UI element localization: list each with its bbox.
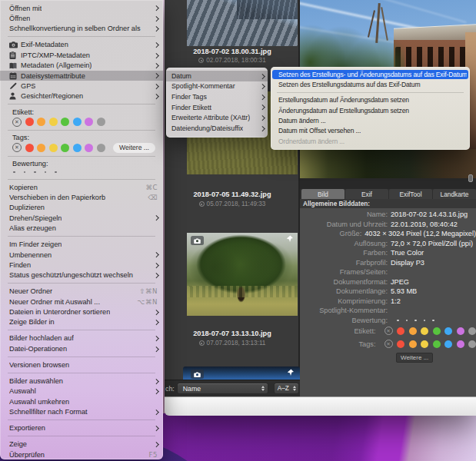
submenu-item-spotlight-kommentar[interactable]: Spotlight-Kommentar — [166, 81, 268, 92]
tags-color-dot[interactable] — [421, 340, 428, 348]
menu-item-auswahl[interactable]: Auswahl — [0, 386, 163, 396]
menu-item-neuer-ordner-mit-auswahl[interactable]: Neuer Ordner mit Auswahl ...⌥⌘N — [0, 297, 163, 307]
menu-item-zeige-bilder-in[interactable]: Zeige Bilder in — [0, 317, 163, 327]
submenu-item-setzen-des-erstellungs-und-aenderungsdatums-auf-das-exif-datum[interactable]: Setzen des Erstellungs- und Änderungsdat… — [271, 69, 470, 79]
submenu-item-dateiendung-dateisuffix[interactable]: Dateiendung/Dateisuffix — [166, 123, 268, 134]
info-row-name: Name:2018-07-02 14.43.16.jpg — [300, 210, 476, 220]
menu-item-kopieren[interactable]: Kopieren⌘C — [0, 182, 163, 192]
rating-dot[interactable] — [432, 320, 434, 322]
submenu-item-aenderungsdatum-auf-erstellungsdatum-setzen[interactable]: Änderungsdatum auf Erstellungsdatum setz… — [271, 105, 470, 115]
submenu-item-erweiterte-attribute-xattr[interactable]: Erweiterte Attribute (XAttr) — [166, 112, 268, 123]
etikett-color-dot[interactable] — [97, 118, 105, 126]
menu-item-versionen-browsen[interactable]: Versionen browsen — [0, 360, 163, 370]
menu-item-umbenennen[interactable]: Umbenennen — [0, 250, 163, 260]
menu-item-zeige[interactable]: Zeige — [0, 439, 163, 449]
menu-item-neuer-ordner[interactable]: Neuer Ordner⇧⌘N — [0, 287, 163, 297]
menu-item-auswahl-umkehren[interactable]: Auswahl umkehren — [0, 396, 163, 406]
menu-item-alias-erzeugen[interactable]: Alias erzeugen — [0, 223, 163, 233]
tags-color-dot[interactable] — [73, 144, 82, 152]
menu-item-bilder-auswaehlen[interactable]: Bilder auswählen — [0, 376, 163, 386]
tab-exif[interactable]: Exif — [345, 189, 388, 199]
thumbnail-image[interactable] — [187, 233, 298, 316]
etikett-color-dot[interactable] — [25, 118, 34, 126]
submenu-item-datum-aendern[interactable]: Datum ändern ... — [271, 115, 470, 125]
tags-color-dot[interactable] — [409, 340, 417, 348]
tab-landkarte[interactable]: Landkarte — [433, 189, 476, 199]
submenu-item-finder-etikett[interactable]: Finder Etikett — [166, 102, 268, 113]
etikett-color-dot[interactable] — [37, 118, 45, 126]
menu-item-iptc-xmp-metadaten[interactable]: IPTC/XMP-Metadaten — [0, 50, 163, 60]
sort-by-popup[interactable]: Name — [177, 383, 268, 394]
etikett-color-dot[interactable] — [409, 327, 417, 335]
menu-item-bilder-hochladen-auf[interactable]: Bilder hochladen auf — [0, 333, 163, 343]
menu-item-dateisystemattribute[interactable]: Dateisystemattribute — [0, 71, 163, 81]
etikett-color-dot[interactable] — [73, 118, 82, 126]
tags-color-dot[interactable] — [97, 144, 105, 152]
tab-exiftool[interactable]: ExifTool — [389, 189, 432, 199]
rating-dot[interactable] — [414, 320, 417, 322]
more-tags-button[interactable]: Weitere ... — [113, 143, 155, 153]
menu-item-dateien-in-unterordner-sortieren[interactable]: Dateien in Unterordner sortieren — [0, 307, 163, 317]
menu-item-datei-operationen[interactable]: Datei-Operationen — [0, 343, 163, 353]
submenu-item-datum[interactable]: Datum — [166, 71, 268, 81]
etikett-color-dot[interactable] — [61, 118, 69, 126]
clear-tags-button[interactable]: ✕ — [384, 340, 393, 348]
tags-color-dot[interactable] — [444, 340, 452, 348]
menu-item-schnellkonvertierung-in-selben-ordner-als[interactable]: Schnellkonvertierung in selben Ordner al… — [0, 24, 163, 34]
etikett-color-dot[interactable] — [433, 327, 441, 335]
menu-item-finden[interactable]: Finden — [0, 260, 163, 270]
menu-item-oeffnen-mit[interactable]: Öffnen mit — [0, 3, 163, 13]
rating-dot[interactable] — [24, 171, 26, 174]
tags-color-dot[interactable] — [49, 144, 58, 152]
etikett-color-dot[interactable] — [444, 327, 452, 335]
tags-color-dot[interactable] — [85, 144, 93, 152]
etikett-color-dot[interactable] — [49, 118, 58, 126]
sort-order-popup[interactable]: A–Z — [274, 383, 299, 394]
thumbnail-selected[interactable] — [183, 366, 300, 380]
more-tags-button[interactable]: Weitere ... — [396, 353, 433, 363]
tags-color-dot[interactable] — [25, 144, 34, 152]
etikett-color-dot[interactable] — [397, 327, 404, 335]
rating-dot[interactable] — [397, 320, 399, 322]
tags-color-dot[interactable] — [433, 340, 441, 348]
menu-item-gesichter-regionen[interactable]: Gesichter/Regionen — [0, 91, 163, 101]
clear-etikett-button[interactable]: ✕ — [12, 118, 22, 127]
thumbnail-image[interactable] — [187, 0, 298, 46]
tags-color-dot[interactable] — [468, 340, 476, 348]
rating-dot[interactable] — [45, 171, 47, 174]
tags-color-dot[interactable] — [61, 144, 69, 152]
menu-item-oeffnen[interactable]: Öffnen — [0, 13, 163, 23]
menu-item-gps[interactable]: GPS — [0, 81, 163, 91]
rating-dot[interactable] — [424, 320, 426, 322]
tags-color-dot[interactable] — [37, 144, 45, 152]
rating-dot[interactable] — [34, 171, 36, 174]
rating-dot[interactable] — [13, 171, 15, 174]
submenu-item-setzen-des-erstellungsdatums-auf-das-exif-datum[interactable]: Setzen des Erstellungsdatums auf das Exi… — [271, 79, 470, 89]
etikett-color-dot[interactable] — [85, 118, 93, 126]
menu-item-exif-metadaten[interactable]: Exif-Metadaten — [0, 40, 163, 50]
tags-color-dot[interactable] — [397, 340, 404, 348]
menu-rating-dots[interactable] — [0, 168, 163, 176]
info-rating-dots[interactable] — [391, 320, 434, 322]
menu-item-exportieren[interactable]: Exportieren — [0, 423, 163, 433]
submenu-item-erstellungsdatum-auf-aenderungsdatum-setzen[interactable]: Erstellungsdatum auf Änderungsdatum setz… — [271, 95, 470, 105]
clear-tags-button[interactable]: ✕ — [12, 143, 22, 152]
etikett-color-dot[interactable] — [457, 327, 464, 335]
rating-dot[interactable] — [406, 320, 408, 322]
etikett-color-dot[interactable] — [468, 327, 476, 335]
submenu-item-datum-mit-offset-versehen[interactable]: Datum mit Offset versehen ... — [271, 126, 470, 136]
menu-item-drehen-spiegeln[interactable]: Drehen/Spiegeln — [0, 213, 163, 223]
menu-item-verschieben-in-den-papierkorb[interactable]: Verschieben in den Papierkorb⌫ — [0, 192, 163, 202]
menu-item-metadaten-allgemein[interactable]: Metadaten (Allgemein) — [0, 61, 163, 71]
menu-item-im-finder-zeigen[interactable]: Im Finder zeigen — [0, 240, 163, 250]
menu-item-ueberpruefen[interactable]: ÜberprüfenF5 — [0, 449, 163, 459]
menu-item-duplizieren[interactable]: Duplizieren — [0, 203, 163, 213]
etikett-color-dot[interactable] — [421, 327, 428, 335]
menu-item-status-geschuetzt-ungeschuetzt-wechseln[interactable]: Status geschützt/ungeschützt wechseln — [0, 270, 163, 280]
menu-item-schnellfilter-nach-format[interactable]: Schnellfilter nach Format — [0, 406, 163, 416]
tab-bild[interactable]: Bild — [301, 189, 345, 199]
tags-color-dot[interactable] — [457, 340, 464, 348]
submenu-item-finder-tags[interactable]: Finder Tags — [166, 91, 268, 102]
rating-dot[interactable] — [55, 171, 57, 174]
clear-etikett-button[interactable]: ✕ — [384, 327, 393, 335]
